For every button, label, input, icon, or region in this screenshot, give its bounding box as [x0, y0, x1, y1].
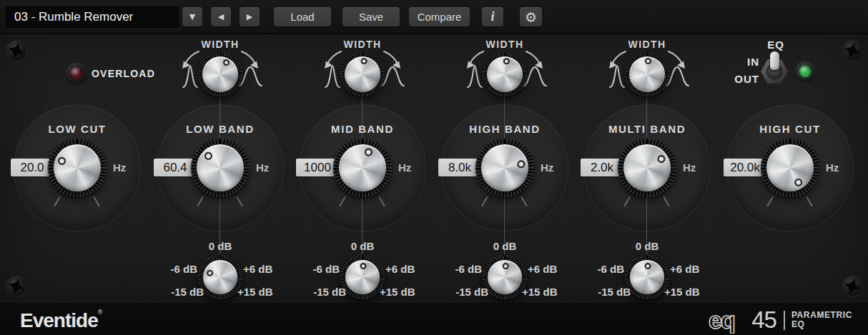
eq-in-out-toggle[interactable] [761, 58, 788, 85]
gain-knob[interactable] [340, 255, 385, 299]
unit-label: Hz [826, 161, 857, 174]
knob-indicator-dot [516, 159, 526, 169]
band-label: MULTI BAND [576, 123, 719, 136]
info-icon: i [490, 9, 494, 24]
gain-minus6-label: -6 dB [433, 263, 482, 276]
footer-bar: Eventide® eq 45 PARAMETRIC EQ [0, 304, 868, 335]
gain-minus6-label: -6 dB [149, 263, 197, 276]
band-mid: WIDTH MID BAND 1000 Hz 0 dB -6 dB +6 dB … [291, 34, 434, 304]
gain-0db-label: 0 dB [576, 240, 719, 253]
frequency-value-field[interactable]: 1000 [296, 159, 339, 176]
gain-0db-label: 0 dB [149, 240, 292, 253]
gain-minus6-label: -6 dB [576, 263, 624, 276]
band-high: WIDTH HIGH BAND 8.0k Hz 0 dB -6 dB +6 dB… [433, 34, 576, 304]
gain-minus15-label: -15 dB [433, 286, 488, 299]
knob-indicator-dot [222, 58, 230, 66]
width-knob[interactable] [340, 52, 385, 96]
knob-indicator-dot [206, 269, 214, 278]
chevron-down-icon: ▼ [189, 12, 195, 21]
gear-icon: ⚙ [525, 9, 537, 25]
knob-indicator-dot [363, 147, 373, 157]
frequency-knob[interactable] [618, 139, 676, 197]
logo-divider [784, 311, 785, 330]
width-label: WIDTH [433, 39, 576, 50]
band-label: LOW CUT [6, 123, 149, 136]
gain-plus15-label: +15 dB [664, 286, 719, 299]
width-label: WIDTH [291, 39, 434, 50]
frequency-value-field[interactable]: 8.0k [438, 159, 481, 176]
frequency-knob[interactable] [761, 139, 819, 197]
knob-indicator-dot [656, 154, 666, 164]
knob-indicator-dot [503, 58, 510, 65]
eq-panel: OVERLOAD EQ IN OUT LOW CUT 20.0 Hz WIDTH… [0, 34, 868, 304]
preset-name-field[interactable]: 03 - Rumble Remover [6, 6, 179, 28]
unit-label: Hz [256, 161, 287, 174]
band-multi: WIDTH MULTI BAND 2.0k Hz 0 dB -6 dB +6 d… [576, 34, 719, 304]
gain-knob[interactable] [625, 255, 669, 299]
knob-indicator-dot [644, 263, 651, 269]
band-label: HIGH BAND [433, 123, 576, 136]
gain-plus6-label: +6 dB [670, 263, 719, 276]
save-button[interactable]: Save [342, 7, 400, 26]
band-label: LOW BAND [149, 123, 292, 136]
width-label: WIDTH [576, 39, 719, 50]
preset-previous-button[interactable]: ◀ [211, 7, 231, 26]
frequency-value-field[interactable]: 60.4 [154, 159, 197, 176]
frequency-knob[interactable] [48, 139, 107, 197]
knob-indicator-dot [202, 151, 214, 162]
frequency-value-field[interactable]: 20.0k [724, 159, 766, 176]
registered-mark: ® [98, 309, 103, 316]
gain-knob[interactable] [198, 255, 242, 299]
band-low: WIDTH LOW BAND 60.4 Hz 0 dB -6 dB +6 dB … [149, 34, 292, 304]
screw-icon [5, 275, 28, 298]
svg-text:eq: eq [709, 306, 734, 334]
frequency-value-field[interactable]: 20.0 [11, 159, 54, 176]
eq-out-label: OUT [724, 73, 759, 85]
gain-knob[interactable] [483, 255, 527, 299]
width-knob[interactable] [625, 52, 669, 96]
preset-dropdown-button[interactable]: ▼ [182, 7, 202, 26]
settings-button[interactable]: ⚙ [520, 7, 542, 26]
toolbar: 03 - Rumble Remover ▼ ◀ ▶ Load Save Comp… [0, 0, 868, 34]
frequency-knob[interactable] [191, 139, 250, 197]
gain-plus6-label: +6 dB [385, 263, 434, 276]
gain-minus15-label: -15 dB [576, 286, 631, 299]
preset-next-button[interactable]: ▶ [240, 7, 260, 26]
load-button[interactable]: Load [274, 7, 331, 26]
width-knob[interactable] [483, 52, 527, 96]
screw-icon [5, 39, 28, 62]
unit-label: Hz [541, 161, 572, 174]
frequency-value-field[interactable]: 2.0k [581, 159, 623, 176]
knob-indicator-dot [56, 156, 66, 166]
arrow-right-icon: ▶ [247, 12, 252, 21]
overload-led [66, 63, 87, 84]
logo-number: 45 [751, 306, 776, 334]
eq-outline-logo: eq [708, 306, 751, 334]
eventide-logo: Eventide® [20, 309, 102, 332]
gain-plus6-label: +6 dB [243, 263, 292, 276]
frequency-knob[interactable] [475, 139, 534, 197]
knob-indicator-dot [794, 177, 804, 188]
gain-minus6-label: -6 dB [291, 263, 340, 276]
eq-in-label: IN [724, 56, 759, 68]
gain-plus6-label: +6 dB [528, 263, 576, 276]
eq-switch-title: EQ [756, 39, 795, 51]
width-label: WIDTH [149, 39, 292, 50]
unit-label: Hz [683, 161, 714, 174]
gain-0db-label: 0 dB [433, 240, 576, 253]
width-knob[interactable] [198, 52, 242, 96]
unit-label: Hz [398, 161, 430, 174]
knob-indicator-dot [360, 263, 366, 269]
knob-indicator-dot [644, 58, 651, 64]
frequency-knob[interactable] [333, 139, 392, 197]
screw-icon [841, 39, 864, 62]
compare-button[interactable]: Compare [409, 7, 470, 26]
gain-plus15-label: +15 dB [237, 286, 292, 299]
knob-indicator-dot [502, 263, 508, 269]
eq45-logo: eq 45 PARAMETRIC EQ [708, 307, 852, 333]
screw-icon [841, 275, 864, 298]
info-button[interactable]: i [482, 7, 503, 26]
band-label: HIGH CUT [719, 123, 862, 136]
band-label: MID BAND [291, 123, 434, 136]
eq45-plugin-window: { "header": { "preset_name": "03 - Rumbl… [0, 0, 868, 335]
